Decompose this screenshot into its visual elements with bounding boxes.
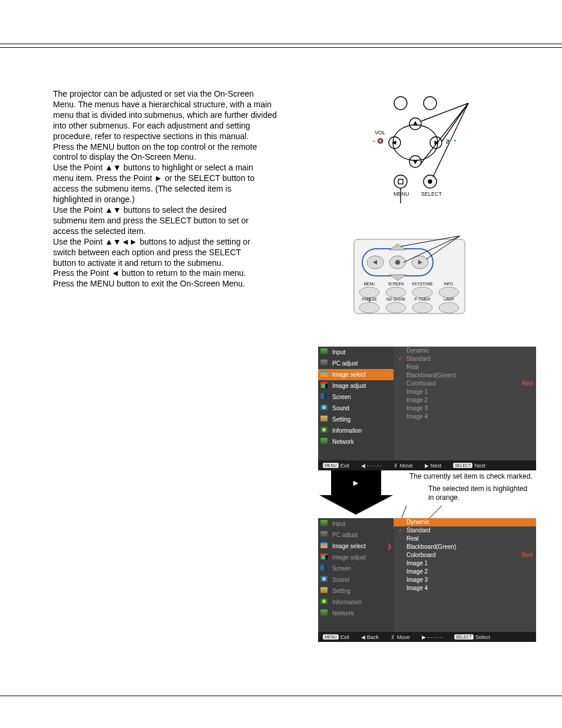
- sub-menu-label: Image 1: [406, 388, 428, 395]
- menu-icon: [320, 531, 329, 539]
- sub-menu-item[interactable]: Real: [394, 363, 536, 371]
- main-menu-item[interactable]: Sound: [318, 403, 394, 414]
- main-menu-item[interactable]: Setting: [318, 585, 394, 597]
- menu-icon: [320, 520, 329, 528]
- sub-menu-label: Image 2: [406, 568, 428, 575]
- sub-menu-item[interactable]: Blackboard(Green): [394, 371, 536, 380]
- menu-icon: [320, 438, 329, 446]
- main-menu-item[interactable]: Image select❯: [318, 541, 394, 552]
- main-menu-label: Sound: [332, 577, 349, 583]
- sub-menu-item[interactable]: ColorboardRed: [394, 380, 536, 388]
- page-rule-top-2: [0, 47, 562, 48]
- main-menu-item[interactable]: Sound: [318, 574, 394, 585]
- sub-menu-label: Standard: [406, 355, 431, 362]
- sub-menu-item[interactable]: Image 4: [394, 413, 536, 421]
- intro-paragraph: The projector can be adjusted or set via…: [53, 89, 277, 142]
- page-rule-bottom: [0, 696, 562, 696]
- main-menu-label: Screen: [332, 565, 351, 572]
- footer-hint: ◀Back: [361, 634, 379, 640]
- mute-minus-label: – 🔇: [372, 137, 384, 144]
- menu-icon: [320, 565, 329, 573]
- sub-menu-item[interactable]: Real: [394, 535, 536, 543]
- sub-menu-item[interactable]: ColorboardRed: [394, 551, 536, 559]
- main-menu-label: Image adjust: [332, 383, 366, 389]
- main-menu-item[interactable]: PC adjust: [318, 358, 394, 369]
- menu-icon: [320, 598, 329, 607]
- svg-point-2: [393, 125, 438, 160]
- down-arrow: ►: [319, 470, 393, 515]
- top-control-diagram: VOL – 🔇 🔊 + MENU SELECT: [353, 88, 477, 206]
- main-menu-label: Input: [332, 349, 345, 355]
- page-rule-top-1: [0, 44, 562, 44]
- sub-menu-item[interactable]: ✔Standard: [394, 355, 536, 363]
- osd2-sub-menu: Dynamic✔StandardRealBlackboard(Green)Col…: [394, 518, 536, 632]
- between-panels: ► The currently set item is check marked…: [318, 470, 527, 515]
- sub-menu-item[interactable]: Image 1: [394, 559, 536, 568]
- osd1-sub-menu: Dynamic✔StandardRealBlackboard(Green)Col…: [394, 347, 536, 460]
- osd-panel-main: InputPC adjustImage select❯Image adjustS…: [318, 347, 536, 470]
- menu-button-label: MENU: [394, 191, 409, 197]
- step-2: Use the Point ▲▼ buttons to highlight or…: [53, 163, 262, 205]
- sub-menu-item[interactable]: Image 3: [394, 404, 536, 413]
- menu-icon: [320, 610, 329, 618]
- main-menu-item[interactable]: Input: [318, 518, 394, 529]
- main-menu-label: Image adjust: [332, 554, 366, 561]
- footer-hint: ▶- - - - -: [422, 634, 442, 640]
- main-menu-item[interactable]: Screen: [318, 391, 394, 403]
- sub-menu-label: Image 4: [406, 413, 428, 420]
- main-menu-item[interactable]: Network: [318, 436, 394, 447]
- step-4: Use the Point ▲▼◄► buttons to adjust the…: [53, 237, 262, 269]
- annotation-selected: The selected item is highlighted in oran…: [428, 485, 533, 502]
- svg-text:MENU: MENU: [363, 282, 375, 286]
- mute-plus-label: 🔊 +: [445, 137, 457, 144]
- svg-point-34: [359, 302, 379, 313]
- footer-hint: SELECTSelect: [454, 634, 490, 640]
- svg-point-21: [395, 260, 400, 265]
- sub-menu-item[interactable]: Image 4: [394, 584, 536, 592]
- svg-text:LAMP: LAMP: [444, 297, 454, 301]
- sub-menu-item[interactable]: ✔Standard: [394, 526, 536, 535]
- sub-menu-item[interactable]: Dynamic: [394, 518, 536, 526]
- sub-menu-item[interactable]: Image 3: [394, 576, 536, 584]
- osd1-main-menu: InputPC adjustImage select❯Image adjustS…: [318, 347, 394, 460]
- svg-point-28: [386, 287, 406, 298]
- main-menu-item[interactable]: Setting: [318, 414, 394, 425]
- sub-menu-label: Image 3: [406, 405, 428, 411]
- annotation-block: The currently set item is check marked. …: [409, 472, 533, 502]
- select-button-label: SELECT: [421, 191, 442, 197]
- footer-hint: ⥯Move: [391, 634, 410, 640]
- main-menu-item[interactable]: Image adjust: [318, 552, 394, 563]
- main-menu-item[interactable]: Input: [318, 347, 394, 358]
- svg-point-0: [394, 97, 407, 110]
- main-menu-item[interactable]: Information: [318, 425, 394, 436]
- sub-menu-label: Image 1: [406, 560, 428, 566]
- osd1-footer: MENUExit◀- - - - -⥯Move▶NextSELECTNext: [318, 460, 536, 470]
- main-menu-label: Input: [332, 521, 345, 527]
- sub-menu-item[interactable]: Image 2: [394, 568, 536, 576]
- sub-menu-label: Dynamic: [406, 347, 429, 354]
- svg-text:SCREEN: SCREEN: [388, 282, 404, 286]
- sub-menu-item[interactable]: Dynamic: [394, 347, 536, 355]
- sub-menu-item[interactable]: Blackboard(Green): [394, 543, 536, 551]
- main-menu-item[interactable]: PC adjust: [318, 529, 394, 541]
- sub-menu-label: Image 3: [406, 577, 428, 583]
- main-menu-item[interactable]: Information: [318, 597, 394, 608]
- main-menu-item[interactable]: Network: [318, 608, 394, 619]
- svg-point-10: [428, 180, 432, 183]
- top-control-svg: VOL – 🔇 🔊 + MENU SELECT: [353, 88, 477, 206]
- sub-menu-value: Red: [522, 551, 533, 559]
- sub-menu-label: Dynamic: [406, 519, 429, 525]
- menu-icon: [320, 554, 329, 562]
- sub-menu-item[interactable]: Image 2: [394, 396, 536, 404]
- main-menu-item[interactable]: Image select❯: [318, 369, 394, 380]
- main-menu-label: Setting: [332, 416, 351, 423]
- sub-menu-item[interactable]: Image 1: [394, 388, 536, 396]
- osd-panel-submenu: InputPC adjustImage select❯Image adjustS…: [318, 518, 536, 642]
- svg-text:NO SHOW: NO SHOW: [386, 297, 406, 301]
- main-menu-item[interactable]: Screen: [318, 563, 394, 574]
- footer-hint: ⥯Move: [394, 463, 413, 469]
- main-menu-label: Information: [332, 599, 362, 605]
- main-menu-label: Image select: [332, 543, 366, 549]
- main-menu-label: Network: [332, 610, 354, 617]
- main-menu-item[interactable]: Image adjust: [318, 380, 394, 391]
